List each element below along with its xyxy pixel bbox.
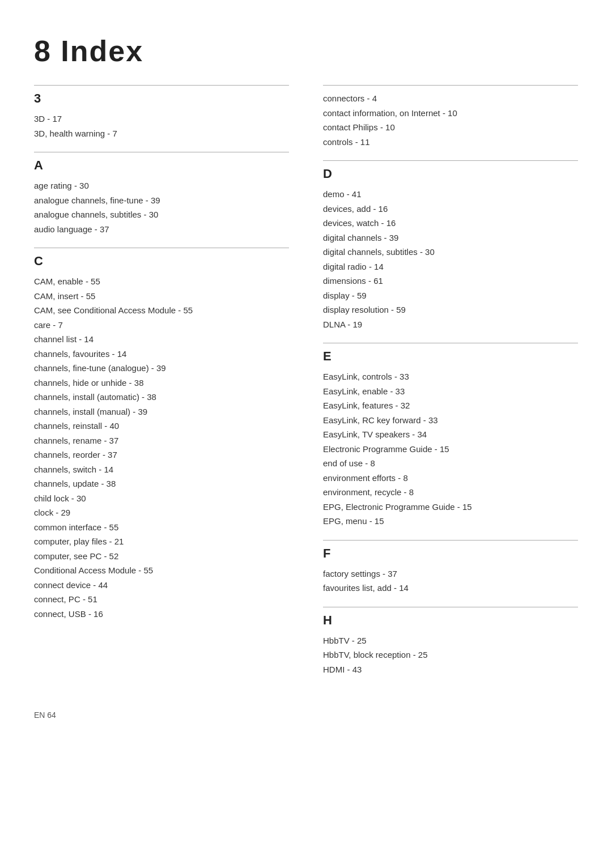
index-item: connect device - 44 <box>34 578 289 593</box>
index-item: contact Philips - 10 <box>323 120 578 135</box>
section-letter: E <box>323 349 578 364</box>
index-item: EasyLink, TV speakers - 34 <box>323 427 578 442</box>
index-item: Conditional Access Module - 55 <box>34 563 289 578</box>
index-item: digital channels - 39 <box>323 231 578 245</box>
section-letter: C <box>34 254 289 269</box>
section-letter: H <box>323 613 578 628</box>
index-section: Ffactory settings - 37favourites list, a… <box>323 540 578 595</box>
index-item: channels, install (manual) - 39 <box>34 405 289 419</box>
index-item: factory settings - 37 <box>323 567 578 581</box>
index-item: devices, watch - 16 <box>323 216 578 231</box>
index-item: channels, fine-tune (analogue) - 39 <box>34 361 289 376</box>
index-item: CAM, insert - 55 <box>34 289 289 304</box>
index-item: age rating - 30 <box>34 178 289 193</box>
page-footer: EN 64 <box>34 710 578 720</box>
index-item: channels, reinstall - 40 <box>34 419 289 433</box>
index-section: Ddemo - 41devices, add - 16devices, watc… <box>323 160 578 331</box>
index-item: analogue channels, fine-tune - 39 <box>34 193 289 208</box>
section-letter: A <box>34 158 289 173</box>
index-item: end of use - 8 <box>323 456 578 471</box>
index-item: channels, install (automatic) - 38 <box>34 390 289 405</box>
index-item: controls - 11 <box>323 135 578 150</box>
index-item: dimensions - 61 <box>323 274 578 288</box>
index-item: connect, PC - 51 <box>34 592 289 607</box>
index-section: EEasyLink, controls - 33EasyLink, enable… <box>323 343 578 529</box>
index-item: analogue channels, subtitles - 30 <box>34 207 289 222</box>
index-item: display resolution - 59 <box>323 303 578 317</box>
index-item: HbbTV, block reception - 25 <box>323 648 578 662</box>
section-divider <box>34 152 289 152</box>
index-item: environment, recycle - 8 <box>323 485 578 500</box>
index-item: Electronic Programme Guide - 15 <box>323 442 578 457</box>
index-item: favourites list, add - 14 <box>323 581 578 595</box>
index-item: common interface - 55 <box>34 520 289 535</box>
index-item: channels, hide or unhide - 38 <box>34 376 289 390</box>
index-item: connect, USB - 16 <box>34 607 289 622</box>
index-item: digital channels, subtitles - 30 <box>323 245 578 259</box>
section-letter: F <box>323 546 578 561</box>
index-section: Aage rating - 30analogue channels, fine-… <box>34 152 289 236</box>
right-column: connectors - 4contact information, on In… <box>323 85 578 688</box>
index-section: 33D - 173D, health warning - 7 <box>34 85 289 141</box>
index-section: HHbbTV - 25HbbTV, block reception - 25HD… <box>323 607 578 677</box>
index-item: channels, rename - 37 <box>34 433 289 448</box>
index-item: channels, switch - 14 <box>34 462 289 477</box>
section-divider <box>323 343 578 343</box>
index-item: CAM, see Conditional Access Module - 55 <box>34 303 289 318</box>
index-item: connectors - 4 <box>323 91 578 106</box>
index-item: channels, update - 38 <box>34 476 289 491</box>
section-letter: 3 <box>34 91 289 106</box>
index-item: audio language - 37 <box>34 222 289 237</box>
index-item: 3D - 17 <box>34 112 289 126</box>
section-divider <box>323 607 578 607</box>
index-item: demo - 41 <box>323 187 578 202</box>
index-item: computer, see PC - 52 <box>34 549 289 564</box>
section-divider <box>323 160 578 161</box>
index-item: 3D, health warning - 7 <box>34 126 289 141</box>
index-item: channels, favourites - 14 <box>34 347 289 361</box>
index-item: EasyLink, controls - 33 <box>323 369 578 384</box>
index-item: CAM, enable - 55 <box>34 274 289 289</box>
section-letter: D <box>323 167 578 181</box>
section-divider <box>34 248 289 248</box>
index-item: care - 7 <box>34 318 289 333</box>
section-divider <box>34 85 289 86</box>
left-column: 33D - 173D, health warning - 7Aage ratin… <box>34 85 289 632</box>
page-title: 8 Index <box>34 34 578 68</box>
index-item: channels, reorder - 37 <box>34 448 289 462</box>
index-item: EasyLink, enable - 33 <box>323 384 578 399</box>
index-item: EasyLink, RC key forward - 33 <box>323 413 578 428</box>
index-section: CCAM, enable - 55CAM, insert - 55CAM, se… <box>34 248 289 621</box>
index-item: devices, add - 16 <box>323 202 578 216</box>
index-item: EPG, menu - 15 <box>323 514 578 529</box>
index-item: EPG, Electronic Programme Guide - 15 <box>323 500 578 514</box>
index-item: environment efforts - 8 <box>323 471 578 486</box>
index-item: HbbTV - 25 <box>323 633 578 648</box>
index-item: display - 59 <box>323 288 578 303</box>
index-item: digital radio - 14 <box>323 259 578 274</box>
index-item: EasyLink, features - 32 <box>323 398 578 413</box>
index-item: child lock - 30 <box>34 491 289 506</box>
index-item: HDMI - 43 <box>323 662 578 677</box>
index-section: connectors - 4contact information, on In… <box>323 85 578 149</box>
index-item: DLNA - 19 <box>323 317 578 332</box>
section-divider <box>323 85 578 86</box>
index-item: clock - 29 <box>34 505 289 520</box>
index-item: channel list - 14 <box>34 332 289 347</box>
index-item: computer, play files - 21 <box>34 534 289 549</box>
index-item: contact information, on Internet - 10 <box>323 106 578 121</box>
section-divider <box>323 540 578 541</box>
